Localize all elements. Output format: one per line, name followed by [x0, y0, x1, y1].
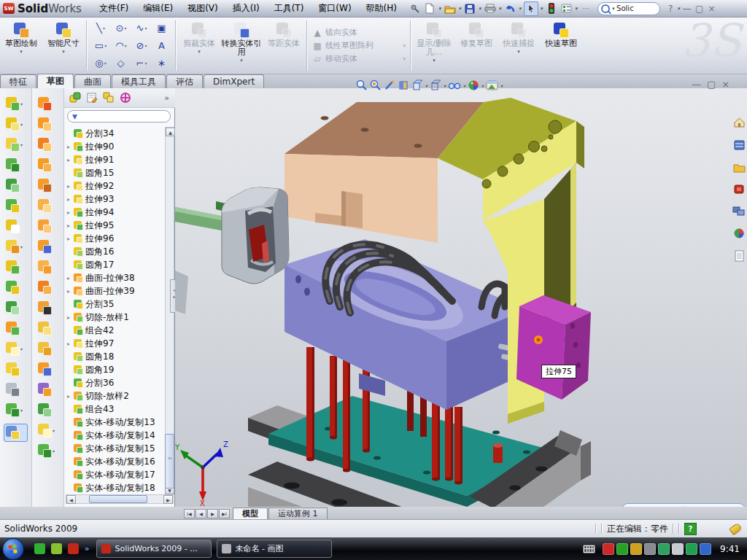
sketch-entity-button[interactable]: ╲▾ — [90, 20, 111, 37]
tray-icon[interactable] — [672, 543, 684, 555]
toolbar-button[interactable] — [6, 260, 26, 274]
tray-icon[interactable] — [616, 543, 628, 555]
ribbon-tab[interactable]: 草图 — [37, 74, 74, 88]
start-button[interactable] — [2, 538, 24, 560]
toolbar-button[interactable] — [6, 383, 26, 397]
toolbar-button[interactable] — [38, 322, 58, 335]
doc-minimize-button[interactable]: — — [692, 79, 701, 90]
expand-arrow-icon[interactable]: ▸ — [66, 209, 71, 216]
feature-tree-item[interactable]: 实体-移动/复制17 — [66, 468, 165, 481]
select-cursor-icon[interactable] — [524, 1, 538, 16]
tray-icon[interactable] — [603, 543, 614, 555]
feature-tree-item[interactable]: 实体-移动/复制13 — [66, 416, 165, 429]
toolbar-button[interactable] — [38, 383, 58, 397]
toolbar-button[interactable]: ▾ — [6, 97, 26, 111]
part-slide-insert[interactable] — [175, 187, 289, 314]
view-orientation-icon[interactable] — [411, 79, 423, 91]
sketch-entity-button[interactable]: ∿▾ — [131, 20, 152, 37]
command-button[interactable]: 修复草图 — [455, 18, 498, 74]
custom-properties-icon[interactable] — [734, 250, 745, 265]
feature-tree-item[interactable]: ▸ 拉伸90 — [66, 140, 165, 153]
sketch-entity-button[interactable]: ◎▾ — [90, 55, 111, 72]
feature-tree-item[interactable]: ▸ 拉伸95 — [66, 219, 165, 232]
feature-tree-item[interactable]: ▸ 拉伸97 — [66, 337, 165, 350]
toolbar-button[interactable]: ▾ — [38, 424, 58, 438]
toolbar-button[interactable] — [38, 117, 58, 131]
tab-nav-button[interactable]: I◀ — [184, 509, 195, 518]
feature-tree-item[interactable]: ▸ 拉伸92 — [66, 179, 165, 192]
hide-show-items-icon[interactable] — [448, 80, 461, 90]
sketch-entity-button[interactable]: ⊙▾ — [111, 20, 131, 37]
tab-nav-button[interactable]: ◀ — [196, 509, 206, 518]
toolbar-button[interactable] — [38, 199, 58, 213]
design-checker-icon[interactable] — [560, 2, 573, 15]
command-button[interactable]: 快速草图 — [540, 18, 582, 74]
toolbar-button[interactable] — [38, 158, 58, 172]
tab-nav-button[interactable]: ▶I — [219, 509, 230, 518]
feature-tree-item[interactable]: ▸ 曲面-拉伸39 — [66, 284, 165, 298]
command-button[interactable]: 显示/删除几... ▾ — [413, 18, 455, 74]
stoplight-icon[interactable] — [545, 2, 558, 15]
quick-tips-icon[interactable]: ? — [684, 523, 697, 535]
tray-icon[interactable] — [686, 543, 697, 555]
taskbar-task-button[interactable]: 未命名 - 画图 — [217, 540, 332, 558]
scroll-right-icon[interactable]: ▶ — [163, 495, 173, 504]
feature-tree-item[interactable]: 实体-移动/复制18 — [66, 481, 165, 494]
tray-icon[interactable] — [700, 543, 711, 555]
feature-tree-item[interactable]: 分割36 — [66, 376, 165, 389]
command-row[interactable]: ▲ 镜向实体 — [312, 27, 406, 38]
toolbar-button[interactable] — [38, 138, 58, 152]
expand-arrow-icon[interactable]: ▸ — [66, 288, 71, 295]
toolbar-button[interactable]: ▾ — [6, 117, 26, 131]
feature-tree-item[interactable]: ▸ 切除-放样1 — [66, 311, 165, 324]
scroll-up-icon[interactable]: ▲ — [166, 128, 175, 136]
quick-launch-icon[interactable] — [68, 543, 79, 554]
quick-launch-icon[interactable] — [51, 543, 62, 554]
toolbar-button[interactable] — [38, 281, 58, 295]
feature-tree-item[interactable]: 圆角19 — [66, 363, 165, 376]
toolbar-button[interactable] — [38, 240, 58, 254]
restore-button[interactable]: ▢ — [693, 4, 705, 14]
menu-item[interactable]: 插入(I) — [225, 1, 267, 16]
taskbar-task-button[interactable]: SolidWorks 2009 - ... — [96, 540, 212, 558]
toolbar-button[interactable]: ▾ — [6, 403, 26, 417]
part-top-clamp-plate[interactable] — [285, 102, 484, 243]
feature-tree-item[interactable]: 分割34 — [66, 127, 165, 140]
taskbar-clock[interactable]: 9:41 — [720, 544, 740, 554]
command-button[interactable]: 剪裁实体 ▾ — [178, 18, 220, 74]
feature-tree-item[interactable]: 圆角15 — [66, 166, 165, 179]
feature-tree-item[interactable]: 实体-移动/复制15 — [66, 442, 165, 455]
tag-icon[interactable] — [729, 522, 743, 535]
ribbon-tab[interactable]: DimXpert — [204, 74, 264, 88]
toolbar-button[interactable] — [38, 342, 58, 356]
quick-launch-icon[interactable] — [34, 543, 45, 554]
toolbar-button[interactable]: ▾ — [6, 240, 26, 254]
toolbar-button[interactable] — [6, 199, 26, 213]
menu-item[interactable]: 帮助(H) — [359, 1, 404, 16]
quick-launch-overflow-icon[interactable]: » — [85, 545, 89, 553]
command-button[interactable]: 快速捕捉 ▾ — [498, 18, 540, 74]
sketch-entity-button[interactable]: ▣ — [152, 20, 172, 37]
scene-icon[interactable] — [486, 80, 498, 90]
doc-restore-button[interactable]: ▢ — [707, 79, 716, 90]
expand-arrow-icon[interactable]: ▸ — [66, 393, 71, 400]
sketch-entity-button[interactable]: ◠▾ — [111, 37, 131, 55]
toolbar-button[interactable] — [6, 301, 26, 315]
toolbar-button[interactable] — [6, 322, 26, 335]
toolbar-button[interactable] — [6, 362, 26, 376]
command-button[interactable]: 草图绘制 ▾ — [0, 18, 42, 74]
expand-arrow-icon[interactable]: ▸ — [66, 196, 71, 203]
search-input[interactable]: Solic — [616, 4, 634, 12]
sketch-entity-button[interactable]: ◇ — [111, 55, 131, 72]
feature-tree-item[interactable]: 实体-移动/复制16 — [66, 455, 165, 468]
expand-arrow-icon[interactable]: ▸ — [66, 236, 71, 242]
toolbox-icon[interactable] — [733, 184, 745, 198]
tree-filter-input[interactable]: ▼ — [67, 110, 171, 122]
tray-icon[interactable] — [658, 543, 670, 555]
ribbon-tab[interactable]: 模具工具 — [112, 74, 166, 88]
feature-tree-item[interactable]: 组合42 — [66, 324, 165, 337]
command-button[interactable]: 等距实体 — [263, 18, 305, 74]
tray-icon[interactable] — [630, 543, 642, 555]
command-row[interactable]: ▦ 线性草图阵列 ▾ — [312, 40, 406, 51]
appearances-scenes-icon[interactable] — [733, 228, 745, 242]
